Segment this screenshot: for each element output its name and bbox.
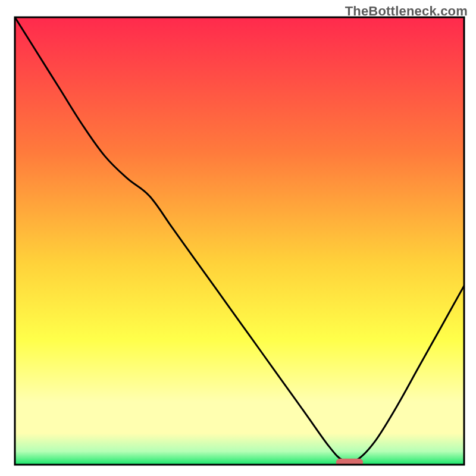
bottleneck-chart — [0, 0, 476, 476]
watermark-text: TheBottleneck.com — [345, 4, 468, 19]
chart-container: TheBottleneck.com — [0, 0, 476, 476]
plot-area — [15, 17, 464, 466]
gradient-background — [15, 17, 464, 465]
